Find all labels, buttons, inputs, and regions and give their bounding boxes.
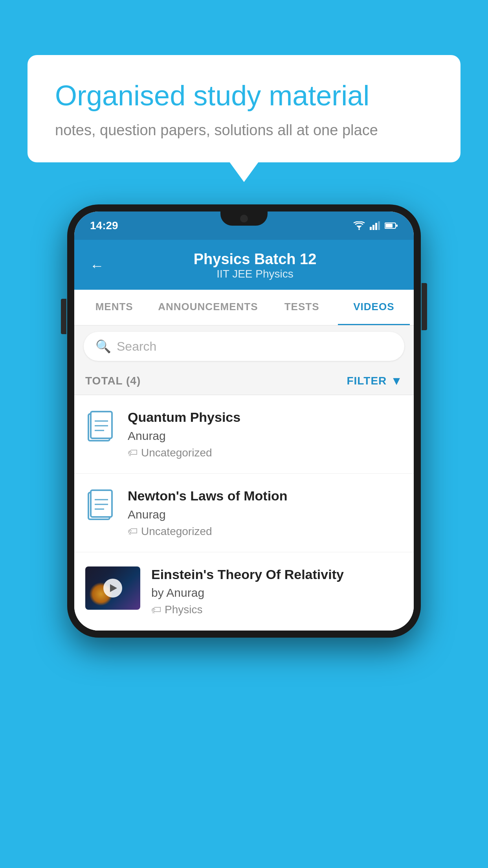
filter-button[interactable]: FILTER ▼ [347, 374, 403, 388]
svg-rect-4 [378, 221, 380, 230]
tab-ments[interactable]: MENTS [78, 290, 150, 325]
video-info: Newton's Laws of Motion Anurag 🏷 Uncateg… [128, 488, 403, 538]
list-item[interactable]: Einstein's Theory Of Relativity by Anura… [74, 552, 414, 631]
filter-icon: ▼ [391, 374, 403, 388]
svg-rect-6 [385, 224, 393, 228]
phone-inner: 14:29 [74, 211, 414, 631]
video-list: Quantum Physics Anurag 🏷 Uncategorized [74, 395, 414, 631]
total-label: TOTAL (4) [85, 375, 141, 387]
speech-bubble-subtext: notes, question papers, solutions all at… [55, 122, 433, 139]
video-title: Quantum Physics [128, 409, 403, 425]
video-thumbnail [85, 566, 140, 610]
video-tag: 🏷 Uncategorized [128, 447, 403, 459]
search-input-wrap[interactable]: 🔍 Search [84, 332, 404, 361]
battery-icon [385, 222, 398, 229]
status-icons [353, 221, 398, 230]
filter-label: FILTER [347, 375, 387, 387]
search-icon: 🔍 [95, 339, 111, 354]
video-title: Newton's Laws of Motion [128, 488, 403, 504]
status-time: 14:29 [90, 219, 118, 232]
play-triangle-icon [110, 584, 117, 592]
svg-rect-14 [91, 490, 112, 517]
video-tag: 🏷 Physics [151, 603, 403, 616]
video-info: Einstein's Theory Of Relativity by Anura… [151, 566, 403, 616]
svg-rect-7 [396, 224, 398, 227]
header-title-block: Physics Batch 12 IIT JEE Physics [112, 251, 398, 280]
tab-tests[interactable]: TESTS [266, 290, 338, 325]
app-header: ← Physics Batch 12 IIT JEE Physics [74, 240, 414, 290]
search-input[interactable]: Search [117, 339, 156, 354]
video-author: Anurag [128, 508, 403, 521]
tag-icon: 🏷 [151, 604, 161, 616]
tab-announcements[interactable]: ANNOUNCEMENTS [150, 290, 266, 325]
camera-notch [240, 215, 248, 223]
tabs-bar: MENTS ANNOUNCEMENTS TESTS VIDEOS [74, 290, 414, 326]
phone-wrapper: 14:29 [67, 204, 421, 638]
tag-icon: 🏷 [128, 525, 138, 537]
search-bar-area: 🔍 Search [74, 326, 414, 367]
tag-label: Physics [165, 603, 202, 616]
svg-rect-1 [370, 227, 372, 230]
file-icon [85, 409, 117, 445]
header-title: Physics Batch 12 [112, 251, 398, 268]
header-subtitle: IIT JEE Physics [112, 268, 398, 280]
video-author: by Anurag [151, 586, 403, 600]
tag-label: Uncategorized [141, 447, 212, 459]
tag-label: Uncategorized [141, 525, 212, 538]
notch [220, 211, 268, 226]
svg-marker-0 [356, 226, 362, 228]
filter-bar: TOTAL (4) FILTER ▼ [74, 367, 414, 395]
video-title: Einstein's Theory Of Relativity [151, 566, 403, 583]
tab-videos[interactable]: VIDEOS [338, 290, 410, 325]
svg-rect-3 [375, 223, 377, 230]
tag-icon: 🏷 [128, 447, 138, 459]
signal-icon [370, 221, 380, 230]
status-bar: 14:29 [74, 211, 414, 240]
svg-rect-9 [91, 412, 112, 438]
file-icon [85, 488, 117, 523]
play-button[interactable] [103, 579, 122, 598]
speech-bubble-heading: Organised study material [55, 79, 433, 112]
speech-bubble-card: Organised study material notes, question… [28, 55, 460, 162]
wifi-icon [353, 221, 365, 230]
thumb-image [85, 566, 140, 610]
phone-outer: 14:29 [67, 204, 421, 638]
video-author: Anurag [128, 429, 403, 443]
video-info: Quantum Physics Anurag 🏷 Uncategorized [128, 409, 403, 459]
back-button[interactable]: ← [90, 257, 104, 274]
video-tag: 🏷 Uncategorized [128, 525, 403, 538]
speech-bubble-section: Organised study material notes, question… [28, 55, 460, 162]
list-item[interactable]: Newton's Laws of Motion Anurag 🏷 Uncateg… [74, 474, 414, 552]
list-item[interactable]: Quantum Physics Anurag 🏷 Uncategorized [74, 395, 414, 474]
svg-rect-2 [372, 225, 374, 230]
